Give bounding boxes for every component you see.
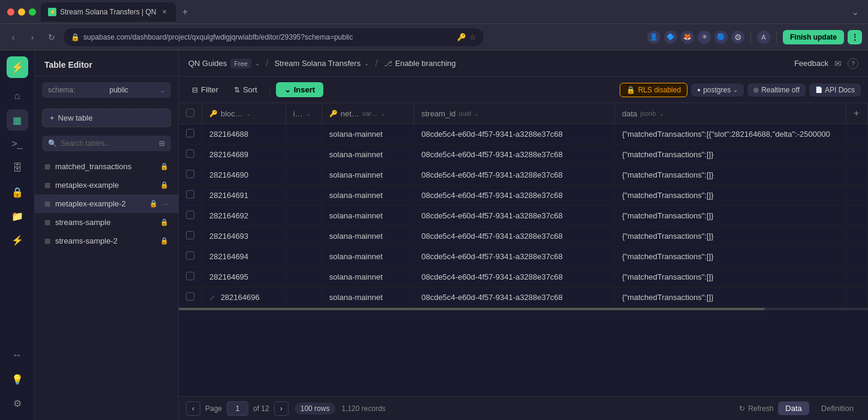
nav-tips[interactable]: 💡	[7, 368, 28, 390]
tab-close-button[interactable]: ✕	[160, 8, 169, 16]
insert-button[interactable]: ⌄ Insert	[276, 82, 323, 97]
row-block-cell: 282164694	[202, 247, 286, 267]
search-tables-container: 🔍 ⊞	[42, 136, 171, 151]
close-button[interactable]	[7, 8, 14, 16]
feedback-button[interactable]: Feedback	[794, 59, 828, 68]
finish-update-more-button[interactable]: ⋮	[848, 30, 862, 44]
browser-tab[interactable]: ⚡ Stream Solana Transfers | QN ✕	[41, 2, 176, 22]
ext-icon-1[interactable]: 👤	[647, 31, 660, 44]
col-header-stream-id[interactable]: stream_id uuid ⌄	[414, 103, 615, 124]
row-checkbox[interactable]	[186, 149, 194, 158]
row-checkbox[interactable]	[186, 231, 194, 239]
nav-settings[interactable]: ⚙	[7, 392, 28, 414]
prev-page-button[interactable]: ‹	[186, 401, 200, 416]
sidebar-table-item[interactable]: ▦ matched_transactions 🔒	[35, 157, 178, 176]
col-header-network[interactable]: 🔑 net… var… ⌄	[322, 103, 414, 124]
schema-selector[interactable]: schema: public ⌄	[42, 82, 171, 98]
row-checkbox[interactable]	[186, 129, 194, 137]
row-checkbox-cell[interactable]	[179, 206, 202, 226]
sidebar-table-item[interactable]: ▦ streams-sample 🔒	[35, 213, 178, 232]
col-header-block[interactable]: 🔑 bloc… ⌄	[202, 103, 286, 124]
row-checkbox[interactable]	[186, 292, 194, 301]
ext-icon-5[interactable]: 🔵	[714, 31, 728, 44]
more-icon[interactable]: ···	[163, 200, 169, 208]
row-streamid-cell: 08cde5c4-e60d-4f57-9341-a3288e37c68	[414, 124, 615, 145]
row-streamid-cell: 08cde5c4-e60d-4f57-9341-a3288e37c68	[414, 185, 615, 206]
row-checkbox-cell[interactable]	[179, 165, 202, 185]
address-bar[interactable]: 🔒 supabase.com/dashboard/project/qxqulgf…	[64, 28, 483, 46]
nav-sql-editor[interactable]: >_	[7, 133, 28, 155]
sidebar-table-item[interactable]: ▦ streams-sample-2 🔒	[35, 232, 178, 250]
nav-storage[interactable]: 📁	[7, 205, 28, 227]
filter-button[interactable]: ⊟ Filter	[186, 82, 224, 97]
forward-button[interactable]: ›	[25, 30, 40, 44]
realtime-button[interactable]: ◎ Realtime off	[747, 83, 806, 97]
supabase-logo[interactable]: ⚡	[7, 56, 28, 78]
row-checkbox-cell[interactable]	[179, 145, 202, 165]
ext-icon-3[interactable]: 🦊	[681, 31, 694, 44]
ext-icon-6[interactable]: ⚙	[731, 31, 744, 44]
row-checkbox-cell[interactable]	[179, 267, 202, 287]
horizontal-scrollbar[interactable]	[179, 308, 868, 310]
row-checkbox-cell[interactable]	[179, 124, 202, 145]
row-checkbox[interactable]	[186, 190, 194, 199]
col-network-type: var…	[362, 110, 378, 117]
reload-button[interactable]: ↻	[44, 30, 59, 44]
api-docs-button[interactable]: 📄 API Docs	[809, 83, 861, 97]
col-header-i[interactable]: i… ⌄	[286, 103, 322, 124]
next-page-button[interactable]: ›	[274, 401, 289, 416]
row-checkbox[interactable]	[186, 272, 194, 280]
refresh-button[interactable]: ↻ Refresh	[739, 404, 773, 413]
table-row: 282164689 solana-mainnet 08cde5c4-e60d-4…	[179, 145, 868, 165]
row-checkbox-cell[interactable]	[179, 287, 202, 308]
row-checkbox[interactable]	[186, 251, 194, 260]
add-column-icon[interactable]: +	[854, 108, 859, 118]
row-checkbox[interactable]	[186, 170, 194, 178]
nav-home[interactable]: ⌂	[7, 85, 28, 107]
nav-edge-functions[interactable]: ⚡	[7, 229, 28, 251]
divider2	[776, 31, 777, 43]
browser-menu-button[interactable]: ⌄	[849, 6, 861, 18]
filter-tables-icon[interactable]: ⊞	[159, 139, 165, 148]
search-tables-input[interactable]	[61, 139, 155, 148]
nav-table-editor[interactable]: ▦	[7, 109, 28, 131]
rows-per-page[interactable]: 100 rows	[295, 403, 336, 415]
nav-auth[interactable]: 🔒	[7, 181, 28, 203]
row-empty-cell	[846, 206, 868, 226]
col-header-data[interactable]: data jsonb ⌄	[614, 103, 846, 124]
minimize-button[interactable]	[18, 8, 25, 16]
rls-button[interactable]: 🔒 RLS disabled	[620, 83, 687, 97]
select-all-checkbox[interactable]	[186, 109, 194, 117]
breadcrumb-sep-2: /	[375, 58, 377, 69]
finish-update-button[interactable]: Finish update	[783, 30, 844, 44]
page-number-input[interactable]	[227, 401, 248, 416]
email-icon[interactable]: ✉	[834, 59, 842, 68]
row-checkbox-cell[interactable]	[179, 226, 202, 247]
nav-realtime[interactable]: ↔	[7, 344, 28, 366]
new-tab-button[interactable]: +	[178, 5, 193, 19]
back-button[interactable]: ‹	[6, 30, 20, 44]
row-checkbox-cell[interactable]	[179, 185, 202, 206]
sidebar-table-item[interactable]: ▦ metaplex-example 🔒	[35, 176, 178, 194]
tab-definition[interactable]: Definition	[814, 401, 861, 415]
row-checkbox-cell[interactable]	[179, 247, 202, 267]
ext-icon-2[interactable]: 🔷	[664, 31, 677, 44]
enable-branching-button[interactable]: ⎇ Enable branching	[384, 59, 456, 68]
expand-icon[interactable]: ⤢	[209, 294, 215, 301]
row-checkbox[interactable]	[186, 211, 194, 219]
ext-icon-4[interactable]: ✳	[698, 31, 711, 44]
maximize-button[interactable]	[29, 8, 36, 16]
ext-icon-7[interactable]: A	[757, 31, 770, 44]
sort-button[interactable]: ⇅ Sort	[228, 82, 263, 97]
realtime-icon: ◎	[753, 86, 759, 93]
scrollbar-thumb	[179, 308, 765, 310]
new-table-button[interactable]: + New table	[42, 109, 171, 127]
role-button[interactable]: ● postgres ⌄	[691, 83, 744, 97]
add-column-header[interactable]: +	[846, 103, 868, 124]
tab-data[interactable]: Data	[778, 401, 809, 415]
sidebar-table-item[interactable]: ▦ metaplex-example-2 🔒 ···	[35, 194, 178, 213]
row-block-cell: 282164690	[202, 165, 286, 185]
nav-database[interactable]: 🗄	[7, 157, 28, 179]
help-button[interactable]: ?	[848, 58, 858, 69]
table-row: 282164691 solana-mainnet 08cde5c4-e60d-4…	[179, 185, 868, 206]
